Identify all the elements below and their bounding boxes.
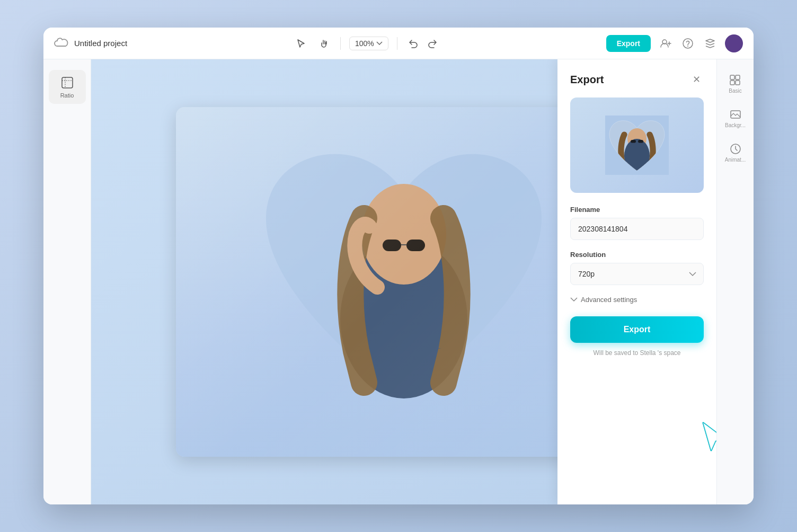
svg-rect-17	[730, 81, 734, 85]
left-sidebar: Ratio	[43, 59, 91, 504]
undo-redo	[406, 36, 440, 51]
app-window: Untitled project 100%	[43, 28, 754, 504]
person-image	[271, 128, 536, 457]
svg-rect-16	[736, 75, 740, 79]
canvas-area: Export ✕	[91, 59, 716, 504]
svg-rect-3	[62, 77, 73, 88]
svg-rect-18	[736, 81, 740, 85]
export-header-button[interactable]: Export	[606, 35, 651, 52]
layers-icon[interactable]	[703, 36, 718, 51]
main-content: Ratio	[43, 59, 754, 504]
basic-label: Basic	[729, 88, 741, 94]
animation-label: Animat...	[725, 157, 746, 163]
resolution-label: Resolution	[570, 251, 704, 259]
pointer-tool[interactable]	[294, 36, 308, 51]
advanced-settings-label: Advanced settings	[581, 296, 637, 304]
filename-input[interactable]	[570, 218, 704, 240]
zoom-value: 100%	[355, 39, 374, 48]
save-info-text: Will be saved to Stella 's space	[570, 349, 704, 357]
project-title: Untitled project	[74, 39, 127, 48]
divider2	[397, 37, 397, 50]
close-button[interactable]: ✕	[689, 72, 704, 87]
export-panel-button[interactable]: Export	[570, 316, 704, 343]
svg-rect-14	[638, 140, 643, 143]
export-panel: Export ✕	[557, 59, 716, 504]
user-avatar[interactable]	[725, 34, 743, 52]
hand-tool[interactable]	[317, 36, 332, 51]
redo-button[interactable]	[425, 36, 440, 51]
svg-point-2	[687, 46, 688, 47]
resolution-select-wrapper: 720p 1080p 4K	[570, 263, 704, 285]
svg-rect-13	[631, 140, 636, 143]
header-right: Export	[606, 34, 743, 52]
divider	[340, 37, 341, 50]
ratio-tool[interactable]: Ratio	[49, 70, 86, 104]
advanced-settings-toggle[interactable]: Advanced settings	[570, 294, 704, 306]
resolution-select[interactable]: 720p 1080p 4K	[570, 263, 704, 285]
ratio-label: Ratio	[60, 92, 74, 99]
svg-rect-6	[383, 240, 401, 251]
help-icon[interactable]	[680, 36, 695, 51]
sidebar-item-background[interactable]: Backgr...	[721, 104, 750, 132]
sidebar-item-animation[interactable]: Animat...	[721, 139, 750, 167]
header: Untitled project 100%	[43, 28, 754, 59]
header-left: Untitled project	[54, 37, 127, 50]
svg-point-5	[361, 184, 446, 285]
cloud-icon[interactable]	[54, 37, 69, 50]
preview-thumbnail	[570, 97, 704, 193]
right-sidebar: Basic Backgr... Animat...	[716, 59, 754, 504]
cursor-pointer	[695, 418, 716, 457]
svg-rect-15	[730, 75, 734, 79]
svg-rect-7	[406, 240, 425, 251]
svg-point-1	[683, 39, 693, 48]
filename-label: Filename	[570, 206, 704, 214]
export-panel-header: Export ✕	[570, 72, 704, 87]
zoom-control[interactable]: 100%	[349, 37, 388, 50]
invite-icon[interactable]	[658, 36, 673, 51]
undo-button[interactable]	[406, 36, 421, 51]
sidebar-item-basic[interactable]: Basic	[724, 70, 746, 98]
export-panel-title: Export	[570, 74, 604, 86]
header-center: 100%	[127, 36, 606, 51]
background-label: Backgr...	[725, 122, 746, 128]
